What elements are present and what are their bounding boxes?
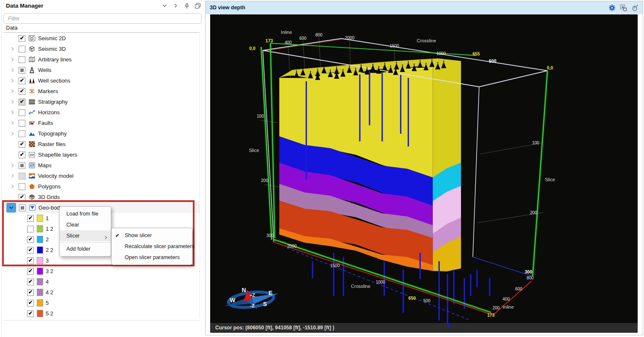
chevron-expanded-icon[interactable] [6,203,16,213]
color-swatch[interactable] [37,268,43,275]
chevron-spacer [9,35,16,42]
checkbox-checked[interactable]: ✔ [27,310,34,317]
svg-text:1000: 1000 [436,51,446,56]
checkbox-disabled[interactable] [19,173,25,180]
submenu-item-recalculate-slicer-parameters[interactable]: Recalculate slicer parameters [112,241,192,252]
chevron-down-icon[interactable] [161,2,168,9]
tree-item-arbitrary-lines[interactable]: Arbitrary lines [3,54,200,65]
checkbox-checked[interactable]: ✔ [27,268,34,275]
checkbox-checked[interactable]: ✔ [19,141,25,148]
geo-bodies-context-menu: Load from fileClearSlicerAdd folder [59,206,111,257]
chevron-collapsed-icon[interactable] [9,120,16,127]
checkbox-checked[interactable]: ✔ [27,247,34,254]
chevron-collapsed-icon[interactable] [9,99,16,105]
3d-grids-icon [28,193,36,201]
geo-body-item-3-2[interactable]: ✔3 2 [3,266,200,276]
checkbox-unchecked[interactable] [19,56,25,63]
geo-body-item-4[interactable]: ✔4 [3,276,200,287]
tree-item-stratigraphy[interactable]: ✔Stratigraphy [3,97,200,107]
color-swatch[interactable] [37,225,43,232]
svg-text:500: 500 [423,298,430,303]
tree-item-horizons[interactable]: Horizons [3,107,200,118]
checkbox-unchecked[interactable] [19,46,25,52]
color-swatch[interactable] [37,289,43,296]
chevron-collapsed-icon[interactable] [9,77,16,84]
color-swatch[interactable] [37,310,43,317]
checkbox-unchecked[interactable] [19,120,25,127]
float-window-icon[interactable] [194,2,201,9]
checkbox-partial[interactable] [19,67,25,74]
geo-body-item-5[interactable]: ✔5 [3,298,200,308]
color-swatch[interactable] [37,246,43,254]
checkbox-checked[interactable]: ✔ [27,279,34,285]
color-swatch[interactable] [37,278,43,285]
checkbox-checked[interactable]: ✔ [19,194,25,201]
menu-item-add-folder[interactable]: Add folder [60,243,111,254]
tree-item-well-sections[interactable]: ✔Well sections [3,75,200,86]
color-swatch[interactable] [37,299,43,307]
svg-text:500: 500 [489,59,496,64]
tree-item-maps[interactable]: Maps [3,160,200,171]
checkbox-checked[interactable]: ✔ [27,257,34,264]
chevron-collapsed-icon[interactable] [9,183,16,190]
checkbox-checked[interactable]: ✔ [19,35,25,42]
chevron-spacer [9,152,16,158]
color-swatch[interactable] [37,257,43,264]
chevron-right-icon[interactable] [172,2,179,9]
tree-item-seismic-2d[interactable]: ✔Seismic 2D [3,33,200,44]
checkbox-unchecked[interactable] [27,226,34,232]
submenu-item-show-slicer[interactable]: Show slicer✔ [112,230,192,241]
tree-item-label: 3D Grids [38,194,60,200]
checkbox-checked[interactable]: ✔ [27,215,34,222]
svg-text:0,0: 0,0 [547,66,553,70]
mouse-icon[interactable] [631,4,639,11]
tree-item-polygons[interactable]: Polygons [3,181,200,192]
tree-item-seismic-3d[interactable]: Seismic 3D [3,44,200,54]
3d-scene[interactable]: Inline400600800Crossline200015001000Slic… [210,14,638,323]
settings-gear-icon[interactable] [608,4,616,11]
chevron-collapsed-icon[interactable] [9,173,16,180]
checkbox-unchecked[interactable] [19,183,25,190]
color-swatch[interactable] [37,236,43,243]
geo-body-item-5-2[interactable]: ✔5 2 [3,308,200,319]
chevron-collapsed-icon[interactable] [9,56,16,63]
chevron-collapsed-icon[interactable] [9,130,16,137]
tree-item-wells[interactable]: Wells [3,65,200,75]
menu-item-slicer[interactable]: Slicer [60,230,111,241]
wells-icon [28,66,36,74]
chevron-collapsed-icon[interactable] [9,67,16,74]
menu-item-load-from-file[interactable]: Load from file [60,208,111,219]
checkbox-checked-gray[interactable]: ✔ [19,99,25,105]
checkbox-checked[interactable]: ✔ [27,289,34,296]
tree-item-velocity-model[interactable]: Velocity model [3,171,200,181]
checkbox-unchecked[interactable] [19,130,25,137]
checkbox-checked[interactable]: ✔ [19,152,25,158]
checkbox-checked[interactable]: ✔ [27,236,34,243]
geo-body-item-4-2[interactable]: ✔4 2 [3,287,200,298]
tree-item-faults[interactable]: Faults [3,118,200,128]
chevron-collapsed-icon[interactable] [9,109,16,116]
3d-viewport[interactable]: Inline400600800Crossline200015001000Slic… [210,14,638,333]
tree-item-3d-grids[interactable]: ✔3D Grids [3,192,200,202]
checkbox-checked[interactable]: ✔ [19,77,25,84]
chevron-collapsed-icon[interactable] [9,162,16,169]
svg-text:1500: 1500 [330,263,340,268]
pin-icon[interactable] [183,2,190,9]
tree-item-topography[interactable]: Topography [3,128,200,139]
checkbox-partial[interactable] [19,162,25,169]
checkbox-partial[interactable] [19,204,26,211]
svg-text:1000: 1000 [376,280,386,285]
tree-item-shapefile-layers[interactable]: ✔SHPShapefile layers [3,149,200,160]
select-resize-icon[interactable] [619,4,627,11]
tree-item-raster-files[interactable]: ✔Raster files [3,139,200,149]
menu-item-clear[interactable]: Clear [60,219,111,230]
chevron-collapsed-icon[interactable] [9,88,16,95]
chevron-collapsed-icon[interactable] [9,46,16,52]
tree-item-markers[interactable]: ✔Markers [3,86,200,97]
filter-input[interactable] [3,13,202,24]
checkbox-checked[interactable]: ✔ [27,300,34,307]
color-swatch[interactable] [37,215,43,222]
submenu-item-open-slicer-parameters[interactable]: Open slicer parameters [112,252,192,263]
checkbox-checked[interactable]: ✔ [19,88,25,95]
checkbox-unchecked[interactable] [19,109,25,116]
